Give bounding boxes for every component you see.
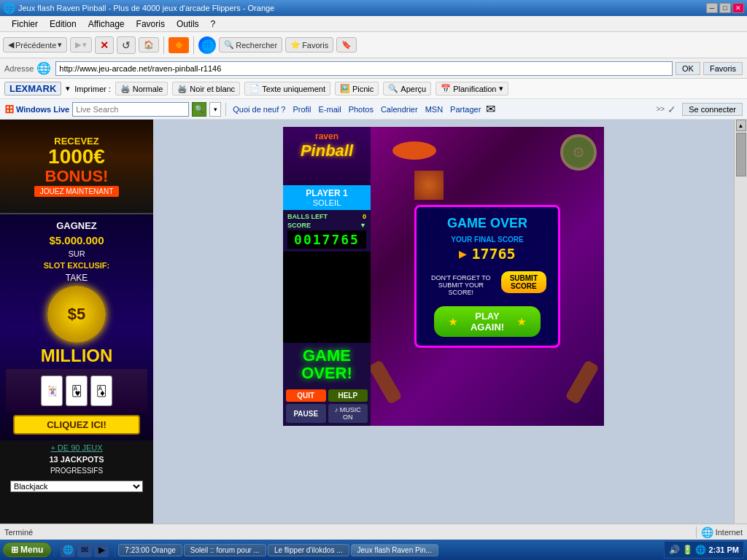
email-link[interactable]: E-mail [316,105,343,114]
ad-coin: $5 [47,286,106,343]
ad-big-amount: $5.000.000 [49,234,104,246]
refresh-button[interactable]: ↺ [117,36,136,54]
score-arrow: ▼ [360,222,366,229]
game-over-overlay: GAME OVER YOUR FINAL SCORE ▶ 17765 DON'T… [414,205,560,348]
address-bar: Adresse 🌐 OK Favoris [0,58,747,79]
windows-live-logo: ⊞ Windows Live [4,102,69,116]
ad-slot: SLOT EXCLUSIF: [44,261,109,270]
internet-label: Internet [716,528,743,537]
partager-link[interactable]: Partager [448,105,483,114]
stop-button[interactable]: ✕ [95,36,114,54]
game-select[interactable]: Blackjack Roulette Slots Poker [10,481,143,492]
forward-button[interactable]: ▶▾ [70,37,92,52]
plus-jeux-link[interactable]: + DE 90 JEUX [50,443,102,452]
music-button[interactable]: ♪ MUSIC ON [328,404,368,423]
live-sep1 [225,103,226,116]
go-title: GAME OVER [428,216,546,231]
close-button[interactable]: ✕ [732,3,744,13]
ad-card-3: 🃁 [90,376,112,406]
player-name: SOLEIL [287,198,366,207]
menu-edition[interactable]: Edition [44,18,82,31]
flipper-right [565,359,599,405]
player-label: PLAYER 1 [287,188,366,198]
title-bar: 🌐 Jeux flash Raven Pinball - Plus de 400… [0,0,747,16]
texte-button[interactable]: 📄Texte uniquement [244,82,330,96]
ad-cliquez[interactable]: CLIQUEZ ICI! [13,415,141,435]
nav-separator2 [193,36,194,54]
scroll-thumb[interactable] [736,133,746,176]
taskbar-window-1[interactable]: Soleil :: forum pour ... [184,544,266,556]
ad-casino-2[interactable]: GAGNEZ $5.000.000 SUR SLOT EXCLUSIF: TAK… [0,214,153,440]
balls-value: 0 [363,213,366,220]
favorites-nav-button[interactable]: ⭐Favoris [285,37,333,52]
game-logo: raven Pinball [283,127,371,185]
home-button[interactable]: 🏠 [139,37,159,52]
pinball-background: ⚙ GAME OVER YOUR FINAL SCORE ▶ 17765 DO [371,127,604,426]
menu-fichier[interactable]: Fichier [6,18,44,31]
menu-favoris[interactable]: Favoris [131,18,171,31]
ball-decoration [414,171,444,200]
taskbar-windows: 7:23:00 Orange Soleil :: forum pour ... … [118,544,662,556]
game-buttons: QUIT HELP PAUSE ♪ MUSIC ON [283,386,371,426]
menu-help[interactable]: ? [205,18,222,31]
address-input[interactable] [55,61,673,76]
live-bar: ⊞ Windows Live 🔍 ▾ Quoi de neuf ? Profil… [0,99,747,120]
favorites-address-button[interactable]: Favoris [703,62,743,75]
apercu-button[interactable]: 🔍Aperçu [383,82,431,96]
tray-time: 2:31 PM [708,545,739,554]
planification-button[interactable]: 📅Planification ▾ [436,82,508,96]
nav-separator [163,36,164,54]
taskbar-window-2[interactable]: Le flipper d'ilokdos ... [268,544,349,556]
mail-icon[interactable]: ✉ [486,102,495,116]
normale-button[interactable]: 🖨️Normale [115,82,169,96]
submit-score-button[interactable]: SUBMIT SCORE [501,271,546,293]
tray-icon-2: 🔋 [682,545,693,555]
nav-toolbar: ◀Précédente▾ ▶▾ ✕ ↺ 🏠 🔶 🌐 🔍Rechercher ⭐F… [0,32,747,58]
taskbar-sep1 [54,542,55,557]
live-search-button[interactable]: 🔍 [192,102,206,117]
content-area: RECEVEZ 1000€ BONUS! JOUEZ MAINTENANT GA… [0,120,747,524]
ad-million: MILLION [41,346,113,366]
live-search-dropdown[interactable]: ▾ [209,102,221,117]
photos-link[interactable]: Photos [347,105,376,114]
picnic-button[interactable]: 🖼️Picnic [335,82,379,96]
ad-jouez: JOUEZ MAINTENANT [34,186,120,197]
lexmark-logo[interactable]: LEXMARK [4,82,61,96]
menu-affichage[interactable]: Affichage [82,18,131,31]
start-button[interactable]: ⊞ Menu [3,542,51,557]
menu-outils[interactable]: Outils [171,18,205,31]
ad-casino-1[interactable]: RECEVEZ 1000€ BONUS! JOUEZ MAINTENANT [0,120,153,214]
go-button[interactable]: OK [676,62,700,75]
ql-email-button[interactable]: ✉ [77,542,92,557]
noir-blanc-button[interactable]: 🖨️Noir et blanc [172,82,240,96]
expand-button[interactable]: >> [656,105,665,113]
help-button[interactable]: HELP [328,389,368,402]
scroll-up-button[interactable]: ▲ [736,120,746,131]
quick-launch: 🌐 ✉ ▶ [58,542,112,557]
pause-button[interactable]: PAUSE [286,404,326,423]
calendrier-link[interactable]: Calendrier [379,105,420,114]
taskbar-window-0[interactable]: 7:23:00 Orange [118,544,182,556]
minimize-button[interactable]: ─ [706,3,718,13]
back-button[interactable]: ◀Précédente▾ [3,37,67,52]
play-again-button[interactable]: ★ PLAY AGAIN! ★ [434,306,541,337]
right-scrollbar[interactable]: ▲ [734,120,747,524]
gear-decoration: ⚙ [560,134,597,171]
go-score-label: YOUR FINAL SCORE [428,236,546,244]
left-ad-panel: RECEVEZ 1000€ BONUS! JOUEZ MAINTENANT GA… [0,120,153,524]
ql-ie-button[interactable]: 🌐 [61,542,75,557]
profil-link[interactable]: Profil [290,105,313,114]
more-button[interactable]: 🔖 [336,37,357,52]
search-button[interactable]: 🔍Rechercher [219,37,282,52]
windows-start-icon: ⊞ [11,545,18,555]
orange-logo: 🔶 [169,37,189,53]
quit-button[interactable]: QUIT [286,389,326,402]
ql-media-button[interactable]: ▶ [94,542,109,557]
live-search-input[interactable] [72,102,189,117]
maximize-button[interactable]: □ [719,3,731,13]
msn-link[interactable]: MSN [423,105,445,114]
se-connecter-button[interactable]: Se connecter [682,103,743,116]
flipper-left [371,359,403,405]
quoi-neuf-link[interactable]: Quoi de neuf ? [231,105,287,114]
taskbar-window-3[interactable]: Jeux flash Raven Pin... [351,544,438,556]
